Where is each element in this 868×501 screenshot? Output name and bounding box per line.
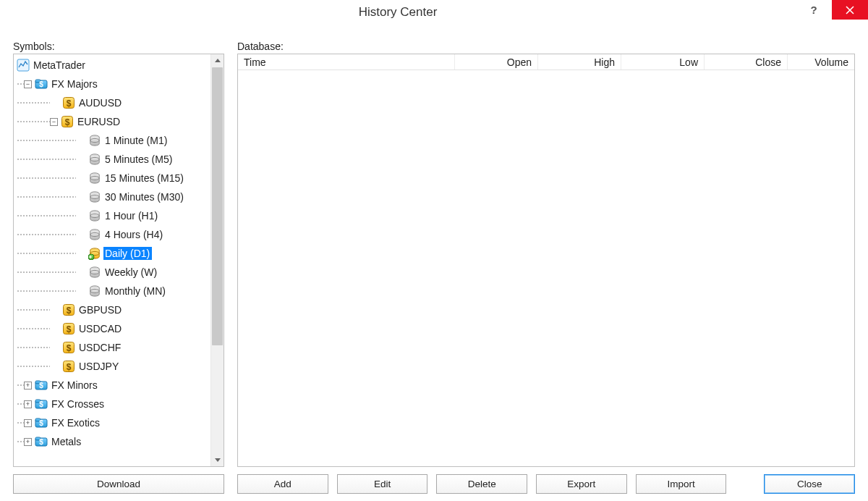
help-button[interactable]: ? [796, 0, 832, 20]
expand-icon[interactable]: + [24, 400, 32, 408]
col-volume[interactable]: Volume [788, 54, 854, 70]
dollar-icon [62, 360, 75, 373]
tree-item-usdchf[interactable]: USDCHF [14, 338, 210, 357]
dollar-icon [61, 115, 74, 128]
database-label: Database: [237, 41, 855, 52]
expand-icon[interactable]: + [24, 382, 32, 390]
col-open[interactable]: Open [455, 54, 538, 70]
collapse-icon[interactable]: − [50, 118, 58, 126]
tree-item-mn[interactable]: Monthly (MN) [14, 282, 210, 300]
tree-item-m30[interactable]: 30 Minutes (M30) [14, 188, 210, 206]
expand-icon[interactable]: + [24, 438, 32, 446]
export-button[interactable]: Export [536, 474, 627, 494]
database-icon [88, 209, 101, 222]
database-icon [88, 285, 101, 298]
history-center-dialog: History Center ? Symbols: MetaTrader [0, 0, 868, 501]
database-active-icon [88, 247, 101, 260]
tree-item-metals[interactable]: + Metals [14, 432, 210, 451]
table-header: Time Open High Low Close Volume [238, 54, 854, 70]
folder-icon [35, 435, 48, 448]
tree-item-m1[interactable]: 1 Minute (M1) [14, 131, 210, 150]
window-title: History Center [0, 5, 796, 20]
tree-item-w[interactable]: Weekly (W) [14, 263, 210, 282]
dollar-icon [62, 303, 75, 316]
tree-item-h4[interactable]: 4 Hours (H4) [14, 225, 210, 244]
database-table-container: Time Open High Low Close Volume [237, 54, 855, 467]
title-bar: History Center ? [0, 0, 868, 25]
scroll-track[interactable] [211, 67, 224, 453]
tree-item-h1[interactable]: 1 Hour (H1) [14, 206, 210, 225]
dialog-content: Symbols: MetaTrader − [0, 25, 868, 501]
folder-icon [35, 416, 48, 429]
database-icon [88, 172, 101, 185]
dollar-icon [62, 341, 75, 354]
close-button[interactable]: Close [764, 474, 855, 494]
tree-item-fx-crosses[interactable]: + FX Crosses [14, 395, 210, 413]
symbols-label: Symbols: [13, 41, 224, 52]
tree-item-metatrader[interactable]: MetaTrader [14, 56, 210, 75]
close-icon [846, 6, 854, 14]
close-window-button[interactable] [832, 0, 868, 20]
tree-item-fx-minors[interactable]: + FX Minors [14, 376, 210, 395]
chevron-up-icon [215, 58, 221, 64]
import-button[interactable]: Import [636, 474, 727, 494]
database-icon [88, 228, 101, 241]
database-icon [88, 153, 101, 166]
database-icon [88, 266, 101, 279]
tree-item-fx-exotics[interactable]: + FX Exotics [14, 413, 210, 432]
scroll-up-button[interactable] [211, 54, 224, 67]
folder-icon [35, 397, 48, 411]
tree-item-m5[interactable]: 5 Minutes (M5) [14, 150, 210, 169]
tree-item-usdcad[interactable]: USDCAD [14, 319, 210, 338]
chart-icon [17, 59, 30, 72]
tree-item-audusd[interactable]: AUDUSD [14, 93, 210, 112]
folder-icon [35, 77, 48, 90]
database-panel: Database: Time Open High Low Close Volum… [237, 41, 855, 467]
add-button[interactable]: Add [237, 474, 328, 494]
tree-item-d1[interactable]: Daily (D1) [14, 244, 210, 263]
dollar-icon [62, 96, 75, 109]
tree-item-fx-majors[interactable]: − FX Majors [14, 75, 210, 93]
delete-button[interactable]: Delete [436, 474, 527, 494]
dollar-icon [62, 322, 75, 335]
folder-icon [35, 379, 48, 392]
database-icon [88, 134, 101, 147]
button-row: Download Add Edit Delete Export Import C… [13, 474, 855, 494]
scroll-thumb[interactable] [212, 67, 223, 345]
download-button[interactable]: Download [13, 474, 224, 494]
edit-button[interactable]: Edit [337, 474, 428, 494]
col-low[interactable]: Low [621, 54, 705, 70]
tree-item-usdjpy[interactable]: USDJPY [14, 357, 210, 376]
expand-icon[interactable]: + [24, 419, 32, 427]
tree-item-gbpusd[interactable]: GBPUSD [14, 300, 210, 319]
symbols-tree[interactable]: MetaTrader − FX Majors [14, 54, 210, 466]
tree-item-eurusd[interactable]: − EURUSD [14, 112, 210, 131]
scroll-down-button[interactable] [211, 453, 224, 466]
symbols-tree-container: MetaTrader − FX Majors [13, 54, 224, 467]
chevron-down-icon [215, 457, 221, 463]
tree-scrollbar[interactable] [210, 54, 224, 466]
database-icon [88, 190, 101, 203]
col-high[interactable]: High [538, 54, 621, 70]
symbols-panel: Symbols: MetaTrader − [13, 41, 224, 467]
col-time[interactable]: Time [238, 54, 455, 70]
col-close[interactable]: Close [705, 54, 788, 70]
collapse-icon[interactable]: − [24, 80, 32, 88]
tree-item-m15[interactable]: 15 Minutes (M15) [14, 169, 210, 188]
